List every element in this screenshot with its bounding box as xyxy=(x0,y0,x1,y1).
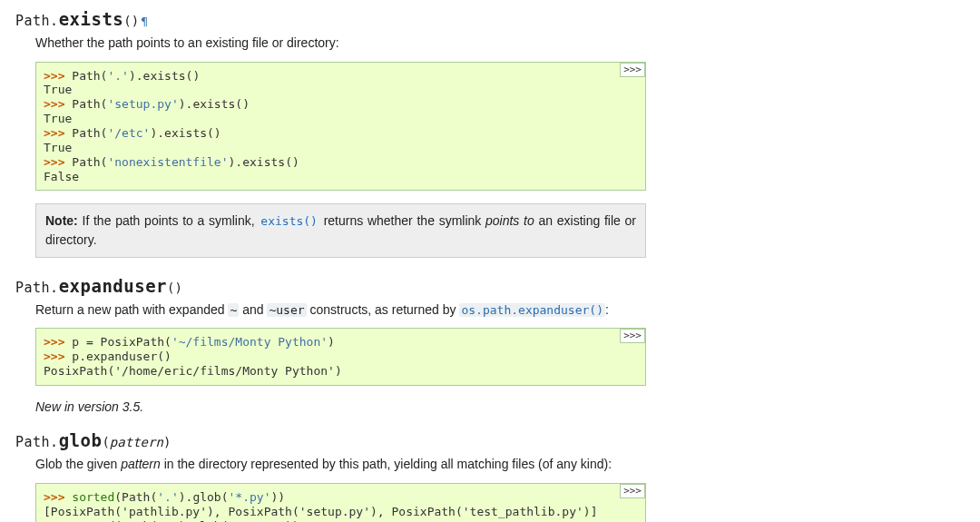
desc-text: Glob the given pattern in the directory … xyxy=(35,456,646,474)
toggle-prompts-button[interactable]: >>> xyxy=(620,329,645,343)
open-paren: ( xyxy=(102,435,109,449)
xref-exists[interactable]: exists() xyxy=(259,213,319,228)
param-pattern: pattern xyxy=(110,435,163,449)
open-paren: ( xyxy=(123,14,131,28)
method-name: expanduser xyxy=(59,276,167,296)
close-paren: ) xyxy=(132,14,139,28)
close-paren: ) xyxy=(174,281,181,295)
desc-text: Return a new path with expanded ~ and ~u… xyxy=(35,301,646,320)
literal-tilde: ~ xyxy=(228,303,239,317)
toggle-prompts-button[interactable]: >>> xyxy=(620,484,645,498)
literal-tildeuser: ~user xyxy=(267,303,306,317)
class-name: Path. xyxy=(15,434,59,450)
code-block-expanduser: >>> >>> p = PosixPath('~/films/Monty Pyt… xyxy=(35,328,646,386)
doc-content: Path.exists()¶ Whether the path points t… xyxy=(15,7,646,522)
note-text: If the path points to a symlink, xyxy=(78,213,260,228)
note-title: Note: xyxy=(45,213,78,228)
class-name: Path. xyxy=(15,13,59,29)
close-paren: ) xyxy=(163,435,171,449)
code: >>> Path('.').exists() True >>> Path('se… xyxy=(35,62,646,192)
code: >>> sorted(Path('.').glob('*.py')) [Posi… xyxy=(35,483,646,522)
signature-glob: Path.glob(pattern) xyxy=(15,428,646,452)
signature-exists: Path.exists()¶ xyxy=(15,7,646,31)
permalink-icon[interactable]: ¶ xyxy=(139,15,148,28)
code-block-glob: >>> >>> sorted(Path('.').glob('*.py')) [… xyxy=(35,483,646,522)
method-name: glob xyxy=(59,430,103,450)
method-expanduser: Path.expanduser() Return a new path with… xyxy=(15,274,646,417)
desc-text: Whether the path points to an existing f… xyxy=(35,34,646,53)
code: >>> p = PosixPath('~/films/Monty Python'… xyxy=(35,328,646,386)
note-text: returns whether the symlink xyxy=(319,213,485,228)
code-block-exists: >>> >>> Path('.').exists() True >>> Path… xyxy=(35,62,646,192)
xref-expanduser[interactable]: os.path.expanduser() xyxy=(459,302,605,317)
toggle-prompts-button[interactable]: >>> xyxy=(620,63,645,77)
method-exists: Path.exists()¶ Whether the path points t… xyxy=(15,7,646,258)
version-added: New in version 3.5. xyxy=(35,399,646,417)
method-glob: Path.glob(pattern) Glob the given patter… xyxy=(15,428,646,522)
note-box: Note: If the path points to a symlink, e… xyxy=(35,203,646,257)
method-name: exists xyxy=(59,9,124,29)
class-name: Path. xyxy=(15,280,59,296)
signature-expanduser: Path.expanduser() xyxy=(15,274,646,298)
note-em: points to xyxy=(485,213,534,228)
em-pattern: pattern xyxy=(121,457,161,471)
